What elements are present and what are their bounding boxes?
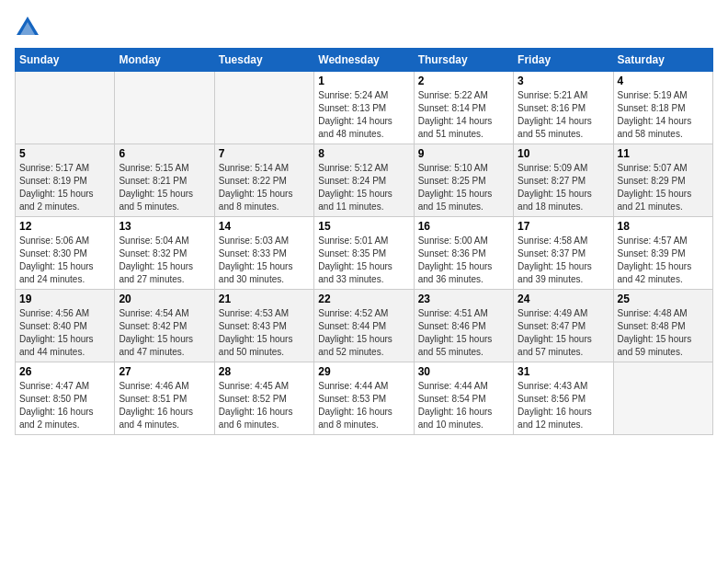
day-info: Sunrise: 4:43 AMSunset: 8:56 PMDaylight:… bbox=[518, 380, 609, 431]
day-number: 16 bbox=[418, 220, 509, 233]
calendar-cell: 29Sunrise: 4:44 AMSunset: 8:53 PMDayligh… bbox=[314, 362, 414, 435]
calendar-cell: 11Sunrise: 5:07 AMSunset: 8:29 PMDayligh… bbox=[613, 144, 712, 217]
day-number: 13 bbox=[119, 220, 210, 233]
day-info: Sunrise: 5:12 AMSunset: 8:24 PMDaylight:… bbox=[318, 162, 409, 213]
calendar-cell: 23Sunrise: 4:51 AMSunset: 8:46 PMDayligh… bbox=[414, 290, 513, 362]
calendar-cell: 20Sunrise: 4:54 AMSunset: 8:42 PMDayligh… bbox=[115, 290, 214, 362]
calendar-cell: 4Sunrise: 5:19 AMSunset: 8:18 PMDaylight… bbox=[613, 72, 712, 144]
calendar-week-row: 5Sunrise: 5:17 AMSunset: 8:19 PMDaylight… bbox=[16, 144, 713, 217]
day-number: 19 bbox=[19, 293, 110, 305]
day-number: 7 bbox=[219, 147, 310, 160]
calendar-cell bbox=[115, 72, 214, 144]
day-number: 23 bbox=[418, 293, 509, 305]
day-number: 8 bbox=[318, 147, 409, 160]
day-info: Sunrise: 5:04 AMSunset: 8:32 PMDaylight:… bbox=[119, 235, 210, 286]
day-info: Sunrise: 5:00 AMSunset: 8:36 PMDaylight:… bbox=[418, 235, 509, 286]
day-number: 17 bbox=[518, 220, 609, 233]
day-number: 30 bbox=[418, 365, 509, 378]
day-number: 6 bbox=[119, 147, 210, 160]
day-number: 28 bbox=[219, 365, 310, 378]
calendar-cell bbox=[16, 72, 115, 144]
calendar-cell: 28Sunrise: 4:45 AMSunset: 8:52 PMDayligh… bbox=[214, 362, 313, 435]
day-info: Sunrise: 4:47 AMSunset: 8:50 PMDaylight:… bbox=[19, 380, 110, 431]
calendar-cell: 3Sunrise: 5:21 AMSunset: 8:16 PMDaylight… bbox=[514, 72, 613, 144]
day-info: Sunrise: 4:44 AMSunset: 8:53 PMDaylight:… bbox=[318, 380, 409, 431]
logo bbox=[15, 15, 44, 40]
calendar-cell: 22Sunrise: 4:52 AMSunset: 8:44 PMDayligh… bbox=[314, 290, 414, 362]
calendar-cell: 24Sunrise: 4:49 AMSunset: 8:47 PMDayligh… bbox=[514, 290, 613, 362]
day-number: 31 bbox=[518, 365, 609, 378]
calendar-cell: 31Sunrise: 4:43 AMSunset: 8:56 PMDayligh… bbox=[514, 362, 613, 435]
day-info: Sunrise: 5:07 AMSunset: 8:29 PMDaylight:… bbox=[618, 162, 709, 213]
day-info: Sunrise: 4:48 AMSunset: 8:48 PMDaylight:… bbox=[618, 307, 709, 359]
day-info: Sunrise: 5:15 AMSunset: 8:21 PMDaylight:… bbox=[119, 162, 210, 213]
day-info: Sunrise: 4:45 AMSunset: 8:52 PMDaylight:… bbox=[219, 380, 310, 431]
day-info: Sunrise: 5:09 AMSunset: 8:27 PMDaylight:… bbox=[518, 162, 609, 213]
day-number: 29 bbox=[318, 365, 409, 378]
day-number: 3 bbox=[518, 75, 609, 87]
calendar-table: SundayMondayTuesdayWednesdayThursdayFrid… bbox=[15, 48, 713, 435]
calendar-cell: 15Sunrise: 5:01 AMSunset: 8:35 PMDayligh… bbox=[314, 217, 414, 290]
day-info: Sunrise: 4:54 AMSunset: 8:42 PMDaylight:… bbox=[119, 307, 210, 359]
day-info: Sunrise: 5:01 AMSunset: 8:35 PMDaylight:… bbox=[318, 235, 409, 286]
day-info: Sunrise: 4:51 AMSunset: 8:46 PMDaylight:… bbox=[418, 307, 509, 359]
day-number: 25 bbox=[618, 293, 709, 305]
day-number: 21 bbox=[219, 293, 310, 305]
day-number: 12 bbox=[19, 220, 110, 233]
calendar-header-row: SundayMondayTuesdayWednesdayThursdayFrid… bbox=[16, 49, 713, 72]
weekday-header-thursday: Thursday bbox=[414, 49, 513, 72]
day-number: 4 bbox=[618, 75, 709, 87]
calendar-cell: 19Sunrise: 4:56 AMSunset: 8:40 PMDayligh… bbox=[16, 290, 115, 362]
day-info: Sunrise: 5:19 AMSunset: 8:18 PMDaylight:… bbox=[618, 89, 709, 141]
day-number: 26 bbox=[19, 365, 110, 378]
weekday-header-wednesday: Wednesday bbox=[314, 49, 414, 72]
day-info: Sunrise: 5:06 AMSunset: 8:30 PMDaylight:… bbox=[19, 235, 110, 286]
day-number: 24 bbox=[518, 293, 609, 305]
day-info: Sunrise: 5:22 AMSunset: 8:14 PMDaylight:… bbox=[418, 89, 509, 141]
weekday-header-sunday: Sunday bbox=[16, 49, 115, 72]
calendar-week-row: 19Sunrise: 4:56 AMSunset: 8:40 PMDayligh… bbox=[16, 290, 713, 362]
calendar-cell: 14Sunrise: 5:03 AMSunset: 8:33 PMDayligh… bbox=[214, 217, 313, 290]
calendar-cell: 25Sunrise: 4:48 AMSunset: 8:48 PMDayligh… bbox=[613, 290, 712, 362]
day-info: Sunrise: 5:17 AMSunset: 8:19 PMDaylight:… bbox=[19, 162, 110, 213]
day-info: Sunrise: 4:44 AMSunset: 8:54 PMDaylight:… bbox=[418, 380, 509, 431]
calendar-cell bbox=[613, 362, 712, 435]
day-info: Sunrise: 4:46 AMSunset: 8:51 PMDaylight:… bbox=[119, 380, 210, 431]
day-info: Sunrise: 4:56 AMSunset: 8:40 PMDaylight:… bbox=[19, 307, 110, 359]
day-number: 15 bbox=[318, 220, 409, 233]
calendar-cell: 10Sunrise: 5:09 AMSunset: 8:27 PMDayligh… bbox=[514, 144, 613, 217]
weekday-header-monday: Monday bbox=[115, 49, 214, 72]
day-number: 18 bbox=[618, 220, 709, 233]
day-info: Sunrise: 5:10 AMSunset: 8:25 PMDaylight:… bbox=[418, 162, 509, 213]
day-info: Sunrise: 5:14 AMSunset: 8:22 PMDaylight:… bbox=[219, 162, 310, 213]
day-info: Sunrise: 5:21 AMSunset: 8:16 PMDaylight:… bbox=[518, 89, 609, 141]
day-number: 10 bbox=[518, 147, 609, 160]
day-number: 22 bbox=[318, 293, 409, 305]
calendar-cell: 5Sunrise: 5:17 AMSunset: 8:19 PMDaylight… bbox=[16, 144, 115, 217]
calendar-week-row: 1Sunrise: 5:24 AMSunset: 8:13 PMDaylight… bbox=[16, 72, 713, 144]
day-info: Sunrise: 4:58 AMSunset: 8:37 PMDaylight:… bbox=[518, 235, 609, 286]
calendar-cell: 16Sunrise: 5:00 AMSunset: 8:36 PMDayligh… bbox=[414, 217, 513, 290]
calendar-cell: 27Sunrise: 4:46 AMSunset: 8:51 PMDayligh… bbox=[115, 362, 214, 435]
day-info: Sunrise: 5:24 AMSunset: 8:13 PMDaylight:… bbox=[318, 89, 409, 141]
day-info: Sunrise: 4:49 AMSunset: 8:47 PMDaylight:… bbox=[518, 307, 609, 359]
calendar-cell: 6Sunrise: 5:15 AMSunset: 8:21 PMDaylight… bbox=[115, 144, 214, 217]
calendar-cell bbox=[214, 72, 313, 144]
page-header bbox=[15, 15, 713, 40]
calendar-cell: 12Sunrise: 5:06 AMSunset: 8:30 PMDayligh… bbox=[16, 217, 115, 290]
day-number: 20 bbox=[119, 293, 210, 305]
weekday-header-tuesday: Tuesday bbox=[214, 49, 313, 72]
day-info: Sunrise: 5:03 AMSunset: 8:33 PMDaylight:… bbox=[219, 235, 310, 286]
calendar-cell: 18Sunrise: 4:57 AMSunset: 8:39 PMDayligh… bbox=[613, 217, 712, 290]
day-number: 2 bbox=[418, 75, 509, 87]
logo-icon bbox=[15, 15, 40, 40]
weekday-header-saturday: Saturday bbox=[613, 49, 712, 72]
day-number: 27 bbox=[119, 365, 210, 378]
calendar-cell: 7Sunrise: 5:14 AMSunset: 8:22 PMDaylight… bbox=[214, 144, 313, 217]
day-number: 1 bbox=[318, 75, 409, 87]
calendar-cell: 9Sunrise: 5:10 AMSunset: 8:25 PMDaylight… bbox=[414, 144, 513, 217]
calendar-cell: 13Sunrise: 5:04 AMSunset: 8:32 PMDayligh… bbox=[115, 217, 214, 290]
day-number: 11 bbox=[618, 147, 709, 160]
calendar-cell: 17Sunrise: 4:58 AMSunset: 8:37 PMDayligh… bbox=[514, 217, 613, 290]
day-number: 14 bbox=[219, 220, 310, 233]
